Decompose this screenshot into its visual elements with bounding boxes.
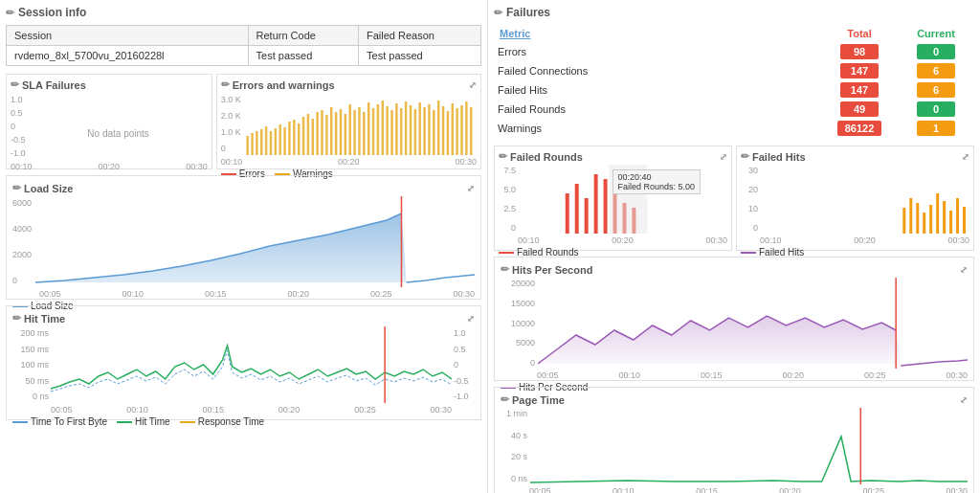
hittime-expand-icon[interactable]: ⤢ (467, 314, 475, 324)
svg-rect-29 (381, 101, 383, 155)
svg-rect-54 (585, 198, 589, 234)
sla-no-data: No data points (87, 128, 149, 139)
svg-rect-69 (956, 198, 959, 234)
connections-current-badge: 6 (917, 63, 955, 78)
svg-marker-49 (35, 213, 407, 282)
session-id: rvdemo_8xl_5700vu_20160228l (7, 46, 249, 66)
page-time-svg (530, 408, 968, 484)
svg-rect-4 (265, 126, 267, 155)
svg-rect-8 (283, 127, 285, 155)
svg-rect-36 (413, 109, 415, 155)
svg-rect-68 (949, 211, 952, 234)
hit-time-svg (51, 326, 452, 403)
svg-rect-70 (963, 207, 966, 234)
svg-rect-44 (451, 103, 453, 155)
current-col-header: Current (898, 25, 974, 42)
hps-svg (538, 278, 968, 369)
errors-total-badge: 98 (840, 44, 879, 59)
failed-hits-title: ✏ Failed Hits ⤢ (741, 150, 969, 163)
svg-rect-55 (594, 174, 598, 234)
failures-header: ✏ Failures (494, 6, 974, 19)
svg-rect-1 (251, 133, 253, 155)
svg-rect-32 (395, 103, 397, 155)
failures-row-errors: Errors 98 0 (494, 42, 974, 61)
errors-warnings-svg (244, 93, 477, 155)
expand-icon[interactable]: ⤢ (469, 80, 477, 90)
connections-total-badge: 147 (840, 63, 879, 78)
session-col-header: Session (7, 26, 249, 46)
svg-rect-24 (358, 107, 360, 155)
svg-rect-2 (256, 131, 257, 155)
svg-rect-56 (604, 179, 608, 234)
return-code-value: Test passed (248, 46, 358, 66)
svg-rect-43 (446, 111, 448, 155)
svg-rect-6 (274, 128, 276, 155)
hit-time-title: ✏ Hit Time ⤢ (12, 312, 475, 325)
svg-rect-42 (442, 106, 444, 155)
failed-rounds-chart: ✏ Failed Rounds ⤢ 7.5 5.0 2.5 0 (494, 146, 732, 251)
rounds-total-badge: 49 (840, 101, 879, 117)
session-row: rvdemo_8xl_5700vu_20160228l Test passed … (7, 46, 481, 66)
page-time-chart: ✏ Page Time ⤢ 1 min 40 s 20 s 0 ns (494, 387, 974, 493)
svg-rect-45 (456, 108, 457, 155)
hits-total-badge: 147 (840, 82, 879, 98)
failures-section: ✏ Failures Metric Total Current Errors 9… (494, 6, 974, 138)
hits-per-second-chart: ✏ Hits Per Second ⤢ 20000 15000 10000 50… (494, 257, 974, 381)
svg-rect-12 (302, 117, 304, 155)
sla-failures-chart: ✏ SLA Failures 1.0 0.5 0 -0.5 -1.0 No da… (6, 74, 212, 169)
hits-per-second-title: ✏ Hits Per Second ⤢ (501, 263, 968, 276)
svg-rect-30 (386, 106, 388, 155)
failures-table: Metric Total Current Errors 98 0 Failed … (494, 25, 974, 138)
errors-warnings-chart: ✏ Errors and warnings ⤢ 3.0 K 2.0 K 1.0 … (216, 74, 481, 169)
pagetime-expand-icon[interactable]: ⤢ (960, 395, 968, 405)
svg-rect-37 (418, 102, 420, 155)
ttfb-legend: Time To First Byte (12, 416, 107, 427)
top-charts-row: ✏ SLA Failures 1.0 0.5 0 -0.5 -1.0 No da… (6, 74, 481, 169)
svg-rect-38 (423, 107, 425, 155)
svg-rect-35 (409, 105, 411, 155)
failed-hits-expand[interactable]: ⤢ (962, 152, 969, 162)
warnings-total-badge: 86122 (837, 121, 882, 136)
page-time-title: ✏ Page Time ⤢ (501, 393, 968, 406)
response-time-legend: Response Time (180, 416, 264, 427)
total-col-header: Total (821, 25, 898, 42)
svg-rect-27 (372, 108, 374, 155)
warnings-current-badge: 1 (917, 121, 955, 136)
svg-rect-66 (936, 193, 939, 234)
load-size-svg (35, 196, 475, 287)
failed-rounds-expand[interactable]: ⤢ (720, 152, 727, 162)
svg-rect-41 (437, 101, 439, 155)
failed-rounds-title: ✏ Failed Rounds ⤢ (499, 150, 727, 163)
svg-rect-67 (943, 201, 946, 234)
svg-rect-13 (306, 114, 308, 155)
svg-rect-11 (298, 123, 300, 155)
svg-rect-18 (330, 107, 332, 155)
svg-rect-53 (575, 184, 579, 234)
failed-reason-col-header: Failed Reason (359, 26, 481, 46)
svg-rect-20 (339, 109, 341, 155)
svg-rect-21 (344, 114, 345, 155)
svg-rect-28 (376, 104, 378, 155)
failed-hits-chart: ✏ Failed Hits ⤢ 30 20 10 0 (736, 146, 974, 251)
failures-row-connections: Failed Connections 147 6 (494, 61, 974, 80)
return-code-col-header: Return Code (248, 26, 358, 46)
hps-expand-icon[interactable]: ⤢ (960, 265, 968, 275)
failed-rounds-tooltip: 00:20:40 Failed Rounds: 5.00 (612, 169, 702, 194)
svg-rect-33 (400, 108, 402, 155)
svg-marker-71 (538, 316, 901, 364)
session-info-title: Session info (18, 6, 86, 19)
hit-time-chart: ✏ Hit Time ⤢ 200 ms 150 ms 100 ms 50 ms … (6, 305, 481, 420)
svg-rect-48 (470, 107, 472, 155)
load-expand-icon[interactable]: ⤢ (467, 184, 475, 193)
failed-charts-row: ✏ Failed Rounds ⤢ 7.5 5.0 2.5 0 (494, 146, 974, 251)
svg-rect-3 (260, 129, 262, 155)
svg-rect-17 (325, 115, 327, 155)
svg-rect-31 (390, 110, 392, 155)
session-info-header: ✏ Session info (6, 6, 481, 19)
svg-rect-16 (321, 110, 323, 155)
failures-title: Failures (506, 6, 550, 19)
svg-rect-10 (293, 120, 295, 155)
sla-chart-title: ✏ SLA Failures (11, 78, 208, 91)
session-table: Session Return Code Failed Reason rvdemo… (6, 25, 481, 66)
session-info-section: ✏ Session info Session Return Code Faile… (6, 6, 481, 66)
